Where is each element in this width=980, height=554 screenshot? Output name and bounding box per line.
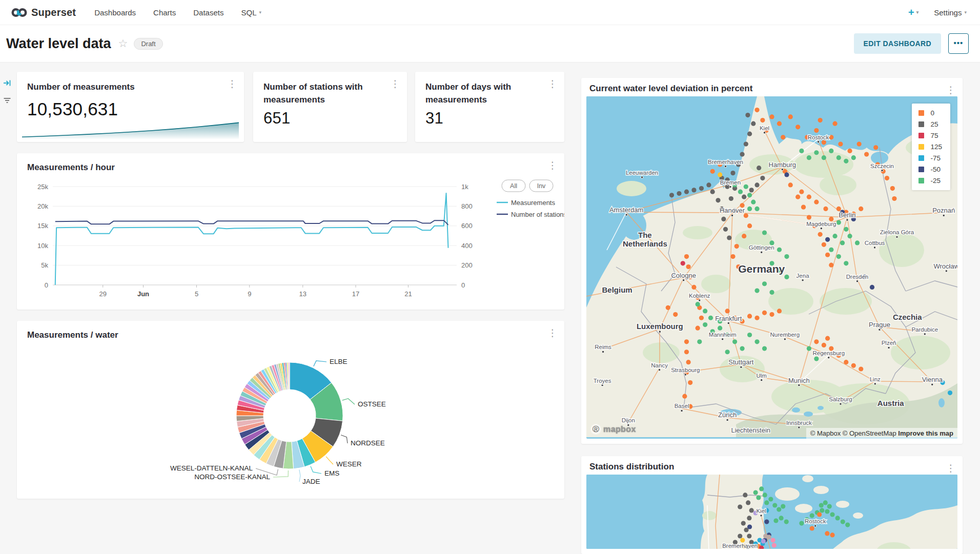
station-dot[interactable] <box>691 188 696 192</box>
station-dot[interactable] <box>807 215 811 219</box>
station-dot[interactable] <box>747 193 752 197</box>
station-dot[interactable] <box>673 312 678 317</box>
station-dot[interactable] <box>777 507 781 512</box>
station-dot[interactable] <box>760 118 765 122</box>
station-dot[interactable] <box>718 172 722 177</box>
kebab-menu-icon[interactable]: ⋮ <box>390 78 401 90</box>
station-dot[interactable] <box>756 495 761 500</box>
legend-item-0[interactable]: 0 <box>918 109 942 117</box>
station-dot[interactable] <box>729 196 733 201</box>
improve-map-link[interactable]: Improve this map <box>898 429 953 437</box>
stations-map[interactable]: KielRostockBremerhaven <box>586 475 957 549</box>
station-dot[interactable] <box>814 356 819 361</box>
station-dot[interactable] <box>859 207 863 211</box>
station-dot[interactable] <box>760 176 765 180</box>
station-dot[interactable] <box>807 346 811 351</box>
station-dot[interactable] <box>773 518 778 523</box>
station-dot[interactable] <box>799 521 804 526</box>
station-dot[interactable] <box>763 493 767 497</box>
station-dot[interactable] <box>747 534 751 538</box>
station-dot[interactable] <box>742 195 746 199</box>
station-dot[interactable] <box>836 220 841 224</box>
station-dot[interactable] <box>741 521 746 526</box>
station-dot[interactable] <box>677 191 681 196</box>
station-dot[interactable] <box>777 121 782 126</box>
station-dot[interactable] <box>742 234 746 238</box>
station-dot[interactable] <box>747 207 752 211</box>
station-dot[interactable] <box>781 504 785 509</box>
station-dot[interactable] <box>754 339 759 344</box>
station-dot[interactable] <box>718 326 722 331</box>
station-dot[interactable] <box>830 532 834 537</box>
station-dot[interactable] <box>699 186 704 191</box>
legend-item-measurements[interactable]: Measurements <box>497 199 555 207</box>
station-dot[interactable] <box>844 227 848 232</box>
station-dot[interactable] <box>764 500 769 505</box>
station-dot[interactable] <box>788 114 793 119</box>
favorite-star-icon[interactable]: ☆ <box>118 37 128 50</box>
station-dot[interactable] <box>892 196 896 201</box>
station-dot[interactable] <box>769 312 774 317</box>
legend-item-25[interactable]: 25 <box>918 120 942 128</box>
station-dot[interactable] <box>725 350 730 354</box>
mapbox-logo[interactable]: Ⓡ mapbox <box>590 424 636 435</box>
station-dot[interactable] <box>684 339 689 344</box>
station-dot[interactable] <box>710 190 715 194</box>
osm-attribution-link[interactable]: © OpenStreetMap <box>843 429 896 437</box>
station-dot[interactable] <box>749 188 754 192</box>
expand-filter-bar-icon[interactable] <box>0 76 14 90</box>
station-dot[interactable] <box>825 336 830 341</box>
station-dot[interactable] <box>730 254 735 259</box>
station-dot[interactable] <box>810 514 814 518</box>
station-dot[interactable] <box>844 360 848 364</box>
station-dot[interactable] <box>836 155 841 160</box>
station-dot[interactable] <box>762 281 767 286</box>
station-dot[interactable] <box>744 184 748 189</box>
station-dot[interactable] <box>754 207 759 211</box>
station-dot[interactable] <box>740 152 744 156</box>
station-dot[interactable] <box>745 113 750 117</box>
superset-logo[interactable]: Superset <box>11 7 76 18</box>
mapbox-attribution-link[interactable]: © Mapbox <box>810 429 841 437</box>
kebab-menu-icon[interactable]: ⋮ <box>547 159 558 171</box>
station-dot[interactable] <box>836 207 841 211</box>
station-dot[interactable] <box>788 182 793 187</box>
station-dot[interactable] <box>721 217 726 221</box>
station-dot[interactable] <box>696 326 700 331</box>
more-actions-button[interactable]: ••• <box>948 33 969 54</box>
station-dot[interactable] <box>818 232 823 237</box>
nav-item-dashboards[interactable]: Dashboards <box>94 8 136 17</box>
station-dot[interactable] <box>795 195 800 199</box>
station-dot[interactable] <box>682 394 687 399</box>
station-dot[interactable] <box>814 200 819 204</box>
station-dot[interactable] <box>844 159 848 163</box>
station-dot[interactable] <box>740 346 744 351</box>
station-dot[interactable] <box>835 516 840 520</box>
station-dot[interactable] <box>762 230 767 235</box>
station-dot[interactable] <box>825 531 829 536</box>
kebab-menu-icon[interactable]: ⋮ <box>547 78 558 90</box>
legend-inv-button[interactable]: Inv <box>529 180 553 192</box>
station-dot[interactable] <box>832 234 837 238</box>
deviation-map[interactable]: 02575125-75-50-25 Ⓡ mapbox © Mapbox © Op… <box>586 96 957 439</box>
station-dot[interactable] <box>807 155 811 160</box>
station-dot[interactable] <box>767 535 771 540</box>
station-dot[interactable] <box>810 526 814 530</box>
station-dot[interactable] <box>781 135 785 139</box>
station-dot[interactable] <box>749 508 754 512</box>
edit-dashboard-button[interactable]: EDIT DASHBOARD <box>854 33 941 54</box>
station-dot[interactable] <box>840 240 845 245</box>
station-dot[interactable] <box>832 121 837 126</box>
station-dot[interactable] <box>823 207 828 211</box>
station-dot[interactable] <box>819 503 824 507</box>
station-dot[interactable] <box>738 190 743 194</box>
legend-item--50[interactable]: -50 <box>918 166 942 173</box>
station-dot[interactable] <box>784 254 789 259</box>
station-dot[interactable] <box>691 285 696 290</box>
legend-item-stations[interactable]: Number of stations <box>497 211 564 218</box>
station-dot[interactable] <box>751 200 756 204</box>
station-dot[interactable] <box>723 227 728 232</box>
station-dot[interactable] <box>686 264 691 269</box>
station-dot[interactable] <box>771 538 775 543</box>
station-dot[interactable] <box>772 503 777 507</box>
